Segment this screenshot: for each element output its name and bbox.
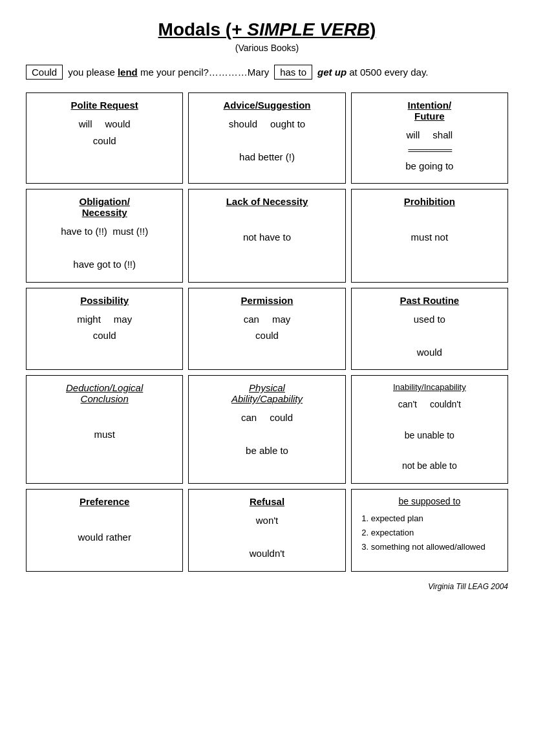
be-supposed-item-2: expectation (371, 526, 500, 540)
card-be-supposed: be supposed to expected plan expectation… (351, 489, 508, 572)
page-subtitle: (Various Books) (26, 43, 508, 53)
card-title-past-routine: Past Routine (400, 295, 459, 306)
card-title-inability: Inability/Incapability (393, 382, 466, 392)
card-possibility: Possibility mightmay could (26, 288, 183, 371)
card-body-advice: shouldought to had better (!) (197, 116, 337, 166)
card-body-past-routine: used to would (359, 311, 500, 361)
example-row: Could you please lend me your pencil?………… (26, 65, 508, 80)
card-body-polite-request: willwould could (34, 116, 175, 149)
card-preference: Preference would rather (26, 489, 183, 572)
card-body-preference: would rather (34, 512, 175, 545)
card-past-routine: Past Routine used to would (351, 288, 508, 371)
be-supposed-item-1: expected plan (371, 512, 500, 526)
card-title-intention: Intention/Future (408, 100, 452, 122)
card-intention-future: Intention/Future willshall ============ … (351, 92, 508, 184)
card-body-refusal: won't wouldn't (197, 512, 337, 562)
example-text2: get up at 0500 every day. (317, 67, 428, 78)
card-body-deduction: must (34, 409, 175, 442)
card-body-obligation: have to (!!) must (!!) have got to (!!) (34, 223, 175, 273)
could-box: Could (26, 65, 63, 80)
has-to-box: has to (274, 65, 312, 80)
card-title-refusal: Refusal (250, 496, 284, 507)
card-physical-ability: PhysicalAbility/Capability cancould be a… (188, 375, 345, 484)
card-prohibition: Prohibition must not (351, 189, 508, 283)
example-text: you please lend me your pencil?…………Mary (68, 67, 269, 78)
card-title-permission: Permission (241, 295, 294, 306)
card-obligation: Obligation/Necessity have to (!!) must (… (26, 189, 183, 283)
card-title-prohibition: Prohibition (404, 196, 455, 207)
card-refusal: Refusal won't wouldn't (188, 489, 345, 572)
be-supposed-list: expected plan expectation something not … (359, 512, 500, 554)
card-deduction: Deduction/LogicalConclusion must (26, 375, 183, 484)
card-body-be-supposed: expected plan expectation something not … (359, 512, 500, 554)
card-body-physical: cancould be able to (197, 409, 337, 459)
card-title-polite-request: Polite Request (71, 100, 138, 111)
card-permission: Permission canmay could (188, 288, 345, 371)
card-title-be-supposed: be supposed to (398, 496, 460, 506)
card-body-inability: can'tcouldn't be unable to not be able t… (359, 397, 500, 474)
card-body-permission: canmay could (197, 311, 337, 344)
page-title: Modals (+ SIMPLE VERB) (26, 19, 508, 40)
card-inability: Inability/Incapability can'tcouldn't be … (351, 375, 508, 484)
card-body-lack: not have to (197, 212, 337, 245)
be-supposed-item-3: something not allowed/allowed (371, 540, 500, 554)
card-title-advice: Advice/Suggestion (223, 100, 310, 111)
card-title-lack: Lack of Necessity (226, 196, 308, 207)
grid-container: Polite Request willwould could Advice/Su… (26, 92, 508, 572)
card-body-intention: willshall ============ be going to (359, 127, 500, 174)
card-title-possibility: Possibility (80, 295, 129, 306)
card-title-physical: PhysicalAbility/Capability (231, 382, 303, 404)
card-body-possibility: mightmay could (34, 311, 175, 344)
footer: Virginia Till LEAG 2004 (26, 582, 508, 591)
card-body-prohibition: must not (359, 212, 500, 245)
card-title-preference: Preference (80, 496, 130, 507)
card-polite-request: Polite Request willwould could (26, 92, 183, 184)
card-title-deduction: Deduction/LogicalConclusion (66, 382, 143, 404)
card-lack-necessity: Lack of Necessity not have to (188, 189, 345, 283)
card-advice-suggestion: Advice/Suggestion shouldought to had bet… (188, 92, 345, 184)
card-title-obligation: Obligation/Necessity (80, 196, 130, 218)
